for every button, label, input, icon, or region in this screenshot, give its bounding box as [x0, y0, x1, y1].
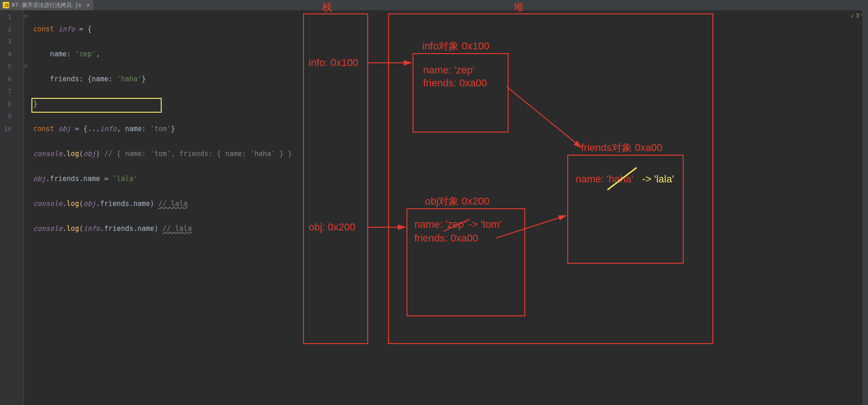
heap-friends-name-new: -> 'lala': [642, 173, 674, 185]
heap-info-title: info对象 0x100: [422, 39, 490, 53]
heap-info-name: name: 'zep': [423, 64, 474, 76]
line-number: 3: [0, 36, 12, 48]
code-line: obj.friends.name = 'lala': [33, 173, 292, 185]
editor-area[interactable]: 1 2 3 4 5 6 7 8 9 10 ⊟ ⊟ const info = { …: [0, 11, 868, 405]
line-number-gutter: 1 2 3 4 5 6 7 8 9 10: [0, 11, 24, 405]
line-number: 6: [0, 73, 12, 85]
code-line: name: 'zep',: [33, 48, 292, 60]
code-line: }: [33, 98, 292, 110]
line-number: 2: [0, 23, 12, 36]
heap-obj-name: name: 'zep' -> 'tom': [414, 218, 502, 230]
code-line: console.log(obj) // { name: 'tom', frien…: [33, 148, 292, 160]
line-number: 9: [0, 110, 12, 123]
heap-friends-box: [567, 155, 684, 264]
vertical-scrollbar[interactable]: [862, 10, 868, 405]
close-icon[interactable]: ×: [86, 2, 90, 8]
stack-info-entry: info: 0x100: [309, 57, 358, 69]
editor-status-marks[interactable]: ✓ 3 ^: [850, 12, 863, 19]
heap-info-friends: friends: 0xa00: [423, 77, 487, 89]
line-number: 7: [0, 85, 12, 98]
code-line: const obj = {...info, name: 'tom'}: [33, 123, 292, 135]
code-line: const info = {: [33, 23, 292, 36]
heap-obj-friends: friends: 0xa00: [414, 232, 478, 244]
stack-label: 栈: [322, 0, 332, 14]
stack-obj-entry: obj: 0x200: [309, 221, 356, 233]
line-number: 4: [0, 48, 12, 60]
tab-bar: JS 07-展开语法进行浅拷贝.js ×: [0, 0, 868, 11]
code-line: console.log(info.friends.name) // lala: [33, 223, 292, 235]
code-line: friends: {name: 'haha'}: [33, 73, 292, 85]
line-number: 1: [0, 11, 12, 23]
heap-friends-name: name: 'haha': [576, 173, 633, 185]
heap-friends-title: friends对象 0xa00: [581, 141, 662, 155]
check-icon: ✓: [850, 12, 854, 19]
code-line: console.log(obj.friends.name) // lala: [33, 198, 292, 210]
warning-count: 3: [856, 12, 859, 19]
file-tab[interactable]: JS 07-展开语法进行浅拷贝.js ×: [0, 0, 94, 10]
heap-label: 堆: [514, 0, 524, 14]
line-number: 10: [0, 123, 12, 135]
code-content[interactable]: const info = { name: 'zep', friends: {na…: [24, 11, 292, 405]
heap-obj-title: obj对象 0x200: [425, 194, 489, 208]
line-number: 5: [0, 60, 12, 73]
tab-filename: 07-展开语法进行浅拷贝.js: [12, 1, 81, 9]
line-number: 8: [0, 98, 12, 110]
js-file-icon: JS: [3, 2, 9, 8]
